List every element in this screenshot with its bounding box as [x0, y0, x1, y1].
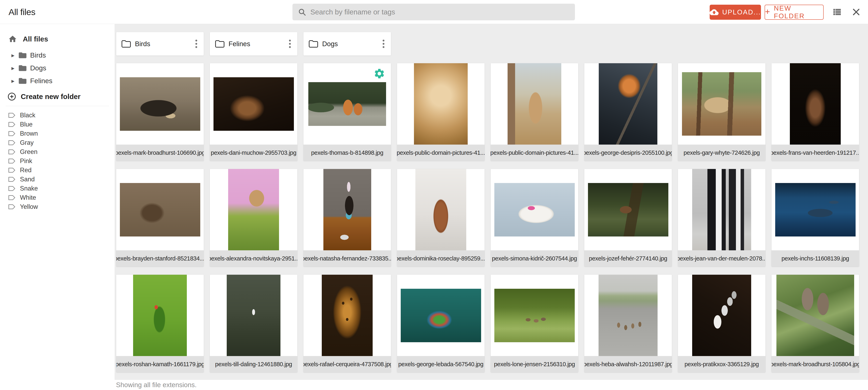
file-footer: pexels-heba-alwahsh-12011987.jpg	[584, 356, 672, 372]
file-card[interactable]: pexels-public-domain-pictures-41...	[491, 63, 578, 161]
sidebar-tag-label: Pink	[20, 157, 32, 165]
file-card[interactable]: pexels-rafael-cerqueira-4737508.jpg	[304, 275, 391, 372]
sidebar-folder-item[interactable]: ▸ Felines	[0, 74, 115, 87]
sidebar-item-all-files[interactable]: All files	[8, 35, 115, 43]
file-name: pexels-mark-broadhurst-106690.jpg	[116, 150, 204, 156]
file-card[interactable]: pexels-jozef-fehér-2774140.jpg	[584, 169, 672, 267]
sidebar-tag-item[interactable]: Sand	[0, 175, 115, 184]
chevron-right-icon[interactable]: ▸	[11, 64, 18, 72]
search-input[interactable]	[310, 8, 570, 16]
file-footer: pexels-brayden-stanford-8521834....	[116, 250, 204, 267]
file-name: pexels-public-domain-pictures-41...	[491, 150, 578, 156]
top-bar: All files UPLOAD... + NEW FOLDER	[0, 0, 868, 24]
file-card[interactable]: pexels-simona-kidrič-2607544.jpg	[491, 169, 578, 267]
chevron-right-icon[interactable]: ▸	[11, 52, 18, 59]
file-thumbnail	[598, 275, 657, 356]
sidebar-tag-item[interactable]: Brown	[0, 129, 115, 138]
file-card[interactable]: pexels-gary-whyte-724626.jpg	[678, 63, 766, 161]
files-grid: pexels-mark-broadhurst-106690.jpg pexels…	[116, 63, 868, 372]
folder-card-label: Felines	[228, 40, 250, 48]
upload-button[interactable]: UPLOAD...	[710, 5, 761, 20]
create-new-folder-button[interactable]: Create new folder	[7, 90, 115, 103]
file-card[interactable]: pexels-mark-broadhurst-105804.jpg	[772, 275, 859, 372]
file-footer: pexels-rafael-cerqueira-4737508.jpg	[304, 356, 391, 372]
list-view-toggle[interactable]	[831, 6, 843, 18]
file-name: pexels-lone-jensen-2156310.jpg	[494, 361, 575, 368]
file-footer: pexels-alexandra-novitskaya-2951...	[210, 250, 297, 267]
sidebar-tag-item[interactable]: White	[0, 193, 115, 202]
file-card[interactable]: pexels-natasha-fernandez-733835...	[304, 169, 391, 267]
sidebar-tag-item[interactable]: Yellow	[0, 202, 115, 211]
file-footer: pexels-till-daling-12461880.jpg	[210, 356, 297, 372]
file-card[interactable]: pexels-roshan-kamath-1661179.jpg	[116, 275, 204, 372]
tag-icon	[8, 158, 16, 164]
folder-card[interactable]: Felines	[210, 32, 297, 56]
file-card[interactable]: pexels-george-lebada-567540.jpg	[397, 275, 485, 372]
tag-icon	[8, 140, 16, 146]
file-card[interactable]: pexels-till-daling-12461880.jpg	[210, 275, 297, 372]
chevron-right-icon[interactable]: ▸	[11, 77, 18, 85]
file-card[interactable]: pexels-lone-jensen-2156310.jpg	[491, 275, 578, 372]
gear-icon[interactable]	[373, 68, 385, 79]
sidebar-folder-item[interactable]: ▸ Dogs	[0, 62, 115, 74]
thumbnail-area	[116, 275, 204, 356]
file-card[interactable]: pexels-public-domain-pictures-41...	[397, 63, 485, 161]
kebab-menu-icon[interactable]	[287, 38, 293, 50]
plus-icon: +	[765, 7, 771, 17]
file-card[interactable]: pexels-brayden-stanford-8521834....	[116, 169, 204, 267]
file-card[interactable]: pexels-dani-muchow-2955703.jpg	[210, 63, 297, 161]
file-footer: pexels-simona-kidrič-2607544.jpg	[491, 250, 578, 267]
thumbnail-area	[584, 275, 672, 356]
thumbnail-area	[491, 63, 578, 144]
file-name: pexels-mark-broadhurst-105804.jpg	[772, 361, 859, 368]
sidebar-tag-item[interactable]: Pink	[0, 156, 115, 165]
file-card[interactable]: pexels-pratikxox-3365129.jpg	[678, 275, 766, 372]
sidebar-tag-item[interactable]: Black	[0, 110, 115, 120]
folder-card[interactable]: Birds	[116, 32, 204, 56]
sidebar-tag-label: Blue	[20, 121, 33, 128]
kebab-menu-icon[interactable]	[193, 38, 199, 50]
sidebar-tag-item[interactable]: Snake	[0, 184, 115, 193]
kebab-menu-icon[interactable]	[380, 38, 386, 50]
file-thumbnail	[133, 275, 187, 356]
file-card[interactable]: pexels-george-desipris-2055100.jpg	[584, 63, 672, 161]
file-name: pexels-frans-van-heerden-191217...	[772, 150, 859, 156]
page-title: All files	[8, 7, 35, 17]
new-folder-button[interactable]: + NEW FOLDER	[765, 5, 824, 20]
upload-button-label: UPLOAD...	[722, 8, 761, 16]
file-card[interactable]: pexels-alexandra-novitskaya-2951...	[210, 169, 297, 267]
file-footer: pexels-thomas-b-814898.jpg	[304, 144, 391, 161]
sidebar-tag-item[interactable]: Green	[0, 147, 115, 156]
file-card[interactable]: pexels-dominika-roseclay-895259....	[397, 169, 485, 267]
file-thumbnail	[692, 169, 751, 250]
sidebar-tag-item[interactable]: Blue	[0, 120, 115, 129]
file-card[interactable]: pexels-thomas-b-814898.jpg	[304, 63, 391, 161]
file-card[interactable]: pexels-jean-van-der-meulen-2078...	[678, 169, 766, 267]
thumbnail-area	[584, 169, 672, 250]
thumbnail-area	[304, 275, 391, 356]
file-name: pexels-jozef-fehér-2774140.jpg	[589, 255, 667, 262]
file-card[interactable]: pexels-inchs-11608139.jpg	[772, 169, 859, 267]
sidebar-tag-label: Yellow	[20, 203, 38, 210]
file-footer: pexels-dominika-roseclay-895259....	[397, 250, 485, 267]
file-thumbnail	[415, 169, 466, 250]
close-button[interactable]	[850, 6, 862, 18]
file-footer: pexels-pratikxox-3365129.jpg	[678, 356, 766, 372]
file-footer: pexels-inchs-11608139.jpg	[772, 250, 859, 267]
file-card[interactable]: pexels-heba-alwahsh-12011987.jpg	[584, 275, 672, 372]
new-folder-button-label: NEW FOLDER	[774, 4, 823, 20]
sidebar-tag-item[interactable]: Gray	[0, 138, 115, 147]
file-card[interactable]: pexels-frans-van-heerden-191217...	[772, 63, 859, 161]
sidebar-tag-label: Red	[20, 166, 32, 174]
sidebar-folder-item[interactable]: ▸ Birds	[0, 49, 115, 62]
sidebar-tag-item[interactable]: Red	[0, 165, 115, 175]
tag-icon	[8, 204, 16, 210]
thumbnail-area	[210, 275, 297, 356]
search-bar[interactable]	[292, 4, 575, 20]
thumbnail-area	[584, 63, 672, 144]
file-thumbnail	[588, 183, 668, 236]
file-card[interactable]: pexels-mark-broadhurst-106690.jpg	[116, 63, 204, 161]
search-icon	[298, 8, 306, 16]
sidebar-folder-label: Birds	[30, 51, 46, 59]
folder-card[interactable]: Dogs	[304, 32, 391, 56]
